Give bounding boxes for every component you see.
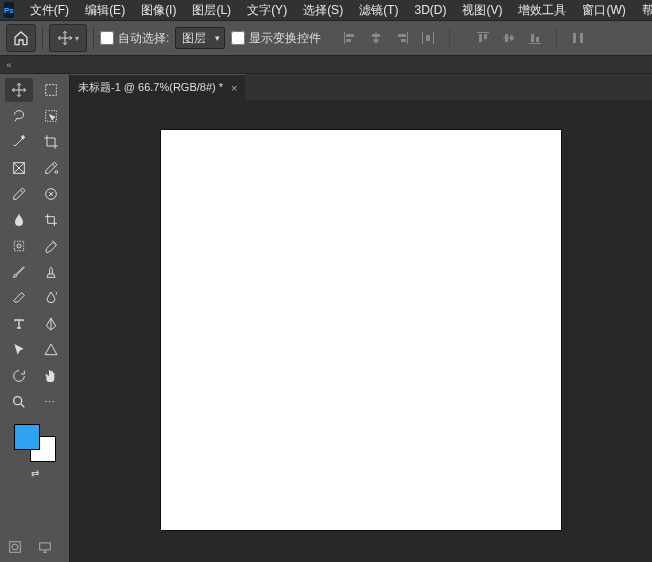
svg-rect-9 <box>422 32 423 44</box>
align-right-icon[interactable] <box>391 27 413 49</box>
tool-preset-move[interactable]: ▾ <box>49 24 87 52</box>
menu-file[interactable]: 文件(F) <box>22 2 77 19</box>
svg-rect-8 <box>401 39 406 42</box>
gradient-tool[interactable] <box>37 286 65 310</box>
crop-perspective-tool[interactable] <box>37 208 65 232</box>
clone-stamp-tool[interactable] <box>37 260 65 284</box>
svg-rect-6 <box>407 32 408 44</box>
patch-tool[interactable] <box>5 234 33 258</box>
menu-select[interactable]: 选择(S) <box>295 2 351 19</box>
svg-rect-16 <box>505 34 508 42</box>
menu-3d[interactable]: 3D(D) <box>406 3 454 17</box>
eraser-tool[interactable] <box>5 286 33 310</box>
menu-type[interactable]: 文字(Y) <box>239 2 295 19</box>
separator <box>93 26 94 50</box>
shape-tool[interactable] <box>37 338 65 362</box>
color-swatch[interactable] <box>12 422 58 462</box>
svg-rect-10 <box>433 32 434 44</box>
rotate-view-tool[interactable] <box>5 364 33 388</box>
svg-rect-11 <box>426 35 430 41</box>
eyedropper-tool[interactable] <box>5 182 33 206</box>
screen-mode-icon[interactable] <box>38 540 52 556</box>
lasso-tool[interactable] <box>5 104 33 128</box>
svg-rect-12 <box>477 32 489 33</box>
type-tool[interactable] <box>5 312 33 336</box>
magic-wand-tool[interactable] <box>5 130 33 154</box>
pen-tool[interactable] <box>37 312 65 336</box>
eyedropper-tool-alt[interactable] <box>37 156 65 180</box>
svg-rect-31 <box>10 542 21 553</box>
svg-point-26 <box>55 171 58 174</box>
svg-rect-7 <box>398 34 406 37</box>
spot-heal-tool[interactable] <box>37 182 65 206</box>
svg-point-29 <box>17 244 21 248</box>
zoom-tool[interactable] <box>5 390 33 414</box>
auto-select-checkbox[interactable]: 自动选择: <box>100 30 169 47</box>
separator <box>42 26 43 50</box>
foreground-color[interactable] <box>14 424 40 450</box>
home-button[interactable] <box>6 24 36 52</box>
menu-view[interactable]: 视图(V) <box>454 2 510 19</box>
align-horizontal-group <box>339 27 439 49</box>
svg-point-30 <box>13 397 21 405</box>
workspace: 未标题-1 @ 66.7%(RGB/8#) * × <box>70 74 652 562</box>
align-top-icon[interactable] <box>472 27 494 49</box>
more-align-icon[interactable] <box>567 27 589 49</box>
canvas-area[interactable] <box>70 100 652 562</box>
document-tab[interactable]: 未标题-1 @ 66.7%(RGB/8#) * × <box>70 74 245 100</box>
auto-select-input[interactable] <box>100 31 114 45</box>
svg-rect-19 <box>531 34 534 42</box>
menu-filter[interactable]: 滤镜(T) <box>351 2 406 19</box>
show-transform-input[interactable] <box>231 31 245 45</box>
frame-tool[interactable] <box>5 156 33 180</box>
svg-rect-18 <box>529 43 541 44</box>
svg-rect-21 <box>573 33 576 43</box>
menu-window[interactable]: 窗口(W) <box>574 2 633 19</box>
options-bar: ▾ 自动选择: 图层 显示变换控件 <box>0 20 652 56</box>
menu-plugins[interactable]: 增效工具 <box>510 2 574 19</box>
svg-rect-15 <box>503 38 515 39</box>
hand-tool[interactable] <box>37 364 65 388</box>
marquee-tool[interactable] <box>37 78 65 102</box>
swap-colors-icon[interactable]: ⇄ <box>31 468 39 479</box>
document-tab-bar: 未标题-1 @ 66.7%(RGB/8#) * × <box>70 74 652 100</box>
align-vcenter-icon[interactable] <box>498 27 520 49</box>
svg-point-32 <box>12 544 18 550</box>
collapse-dock-icon[interactable]: « <box>0 56 18 74</box>
auto-select-label: 自动选择: <box>118 30 169 47</box>
svg-rect-22 <box>580 33 583 43</box>
menu-layer[interactable]: 图层(L) <box>184 2 239 19</box>
document-tab-title: 未标题-1 @ 66.7%(RGB/8#) * <box>78 80 223 95</box>
path-select-tool[interactable] <box>5 338 33 362</box>
svg-rect-1 <box>346 34 354 37</box>
menu-image[interactable]: 图像(I) <box>133 2 184 19</box>
menubar: Ps 文件(F) 编辑(E) 图像(I) 图层(L) 文字(Y) 选择(S) 滤… <box>0 0 652 20</box>
object-select-tool[interactable] <box>37 104 65 128</box>
align-left-icon[interactable] <box>339 27 361 49</box>
history-brush-tool[interactable] <box>37 234 65 258</box>
menu-edit[interactable]: 编辑(E) <box>77 2 133 19</box>
svg-rect-33 <box>40 543 51 550</box>
crop-tool[interactable] <box>37 130 65 154</box>
align-vertical-group <box>472 27 546 49</box>
svg-rect-20 <box>536 37 539 42</box>
chevron-down-icon: ▾ <box>75 34 79 43</box>
separator <box>556 28 557 48</box>
align-hcenter-icon[interactable] <box>365 27 387 49</box>
menu-help[interactable]: 帮助(H) <box>634 2 652 19</box>
align-bottom-icon[interactable] <box>524 27 546 49</box>
blur-tool[interactable] <box>5 208 33 232</box>
quick-mask-icon[interactable] <box>8 540 22 556</box>
close-tab-icon[interactable]: × <box>231 82 237 94</box>
svg-rect-28 <box>14 241 23 250</box>
canvas[interactable] <box>161 130 561 530</box>
brush-tool[interactable] <box>5 260 33 284</box>
svg-rect-4 <box>372 34 380 37</box>
edit-toolbar[interactable]: ⋯ <box>37 390 65 414</box>
svg-rect-13 <box>479 34 482 42</box>
move-tool[interactable] <box>5 78 33 102</box>
show-transform-checkbox[interactable]: 显示变换控件 <box>231 30 321 47</box>
svg-rect-5 <box>374 39 379 42</box>
auto-select-dropdown[interactable]: 图层 <box>175 27 225 49</box>
distribute-h-icon[interactable] <box>417 27 439 49</box>
